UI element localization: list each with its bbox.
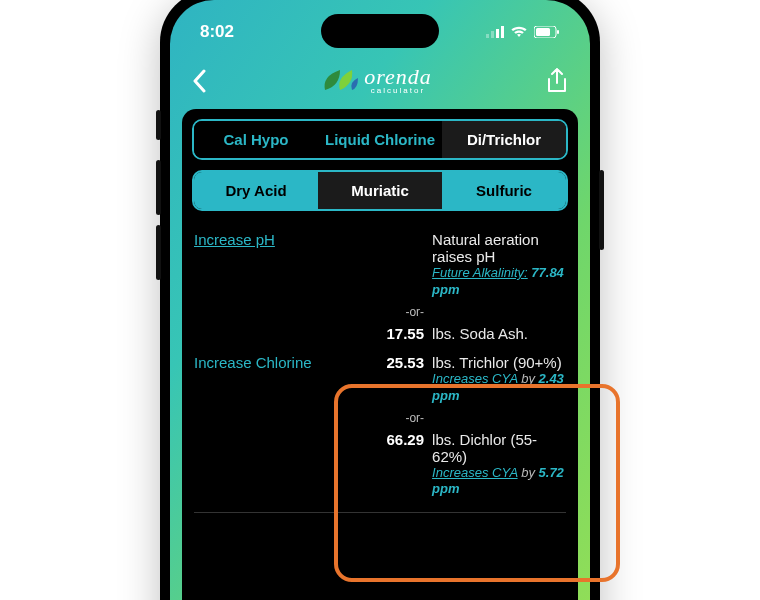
or-divider: -or-: [365, 305, 432, 319]
svg-rect-6: [557, 30, 559, 34]
row-increase-chlorine: Increase Chlorine 25.53 lbs. Trichlor (9…: [194, 348, 566, 411]
results-list: Increase pH Natural aeration raises pH F…: [192, 221, 568, 517]
wifi-icon: [510, 26, 528, 38]
trichlor-amount: 25.53: [365, 354, 432, 405]
content-panel: Cal Hypo Liquid Chlorine Di/Trichlor Dry…: [182, 109, 578, 600]
seg-di-trichlor[interactable]: Di/Trichlor: [442, 121, 566, 158]
dichlor-amount: 66.29: [365, 431, 432, 499]
chlorine-type-segmented: Cal Hypo Liquid Chlorine Di/Trichlor: [192, 119, 568, 160]
volume-up-button: [156, 160, 161, 215]
dichlor-desc: lbs. Dichlor (55-62%): [432, 431, 566, 465]
phone-frame: 8:02 orend: [160, 0, 600, 600]
trichlor-desc: lbs. Trichlor (90+%): [432, 354, 566, 371]
cellular-icon: [486, 26, 504, 38]
acid-type-segmented: Dry Acid Muriatic Sulfuric: [192, 170, 568, 211]
back-icon[interactable]: [192, 69, 208, 93]
power-button: [599, 170, 604, 250]
svg-rect-5: [536, 28, 550, 36]
trichlor-cya-link[interactable]: Increases CYA: [432, 371, 518, 386]
ph-desc: Natural aeration raises pH: [432, 231, 566, 265]
svg-rect-2: [496, 29, 499, 38]
brand-logo: orenda calculator: [322, 66, 432, 95]
svg-rect-3: [501, 26, 504, 38]
divider: [194, 512, 566, 513]
svg-rect-0: [486, 34, 489, 38]
soda-ash-desc: lbs. Soda Ash.: [432, 325, 566, 342]
side-button: [156, 110, 161, 140]
future-alkalinity-link[interactable]: Future Alkalinity:: [432, 265, 528, 280]
brand-name: orenda: [364, 66, 432, 88]
seg-cal-hypo[interactable]: Cal Hypo: [194, 121, 318, 158]
seg-dry-acid[interactable]: Dry Acid: [194, 172, 318, 209]
row-dichlor: 66.29 lbs. Dichlor (55-62%) Increases CY…: [194, 425, 566, 505]
or-divider: -or-: [365, 411, 432, 425]
battery-icon: [534, 26, 560, 38]
seg-liquid-chlorine[interactable]: Liquid Chlorine: [318, 121, 442, 158]
screen: 8:02 orend: [170, 0, 590, 600]
row-soda-ash: 17.55 lbs. Soda Ash.: [194, 319, 566, 348]
dynamic-island: [321, 14, 439, 48]
dichlor-cya-link[interactable]: Increases CYA: [432, 465, 518, 480]
seg-sulfuric[interactable]: Sulfuric: [442, 172, 566, 209]
row-increase-ph: Increase pH Natural aeration raises pH F…: [194, 225, 566, 305]
svg-rect-1: [491, 31, 494, 38]
increase-ph-link[interactable]: Increase pH: [194, 231, 275, 248]
volume-down-button: [156, 225, 161, 280]
soda-ash-amount: 17.55: [365, 325, 432, 342]
brand-sub: calculator: [364, 86, 432, 95]
seg-muriatic[interactable]: Muriatic: [318, 172, 442, 209]
share-icon[interactable]: [546, 68, 568, 94]
increase-chlorine-label: Increase Chlorine: [194, 354, 365, 405]
leaf-icon: [322, 68, 358, 94]
app-header: orenda calculator: [170, 48, 590, 105]
status-time: 8:02: [200, 22, 234, 42]
